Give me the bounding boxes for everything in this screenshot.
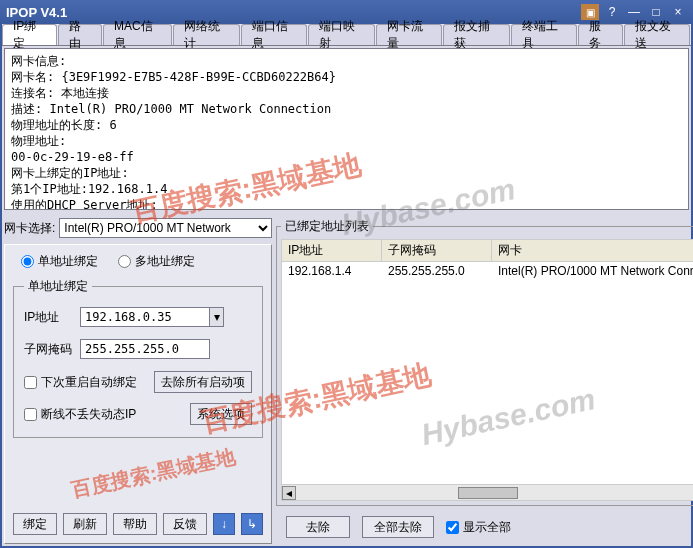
single-bind-legend: 单地址绑定 bbox=[24, 278, 92, 295]
export-icon[interactable]: ↳ bbox=[241, 513, 263, 535]
scroll-thumb[interactable] bbox=[458, 487, 518, 499]
bind-button[interactable]: 绑定 bbox=[13, 513, 57, 535]
tab-6[interactable]: 网卡流量 bbox=[376, 24, 443, 45]
system-options-button[interactable]: 系统选项 bbox=[190, 403, 252, 425]
tab-0[interactable]: IP绑定 bbox=[2, 24, 57, 45]
ip-dropdown-icon[interactable]: ▾ bbox=[210, 307, 224, 327]
mask-input[interactable] bbox=[80, 339, 210, 359]
tab-5[interactable]: 端口映射 bbox=[308, 24, 375, 45]
nic-select-label: 网卡选择: bbox=[4, 220, 55, 237]
tab-4[interactable]: 端口信息 bbox=[241, 24, 308, 45]
down-arrow-icon[interactable]: ↓ bbox=[213, 513, 235, 535]
remove-all-button[interactable]: 全部去除 bbox=[362, 516, 434, 538]
single-bind-group: 单地址绑定 IP地址 ▾ 子网掩码 下次重启自动绑定 bbox=[13, 278, 263, 438]
refresh-button[interactable]: 刷新 bbox=[63, 513, 107, 535]
tab-9[interactable]: 服务 bbox=[578, 24, 622, 45]
scroll-left-icon[interactable]: ◂ bbox=[282, 486, 296, 500]
bound-table-body[interactable]: 192.168.1.4255.255.255.0Intel(R) PRO/100… bbox=[281, 262, 693, 485]
show-all-checkbox[interactable]: 显示全部 bbox=[446, 519, 511, 536]
ip-input[interactable] bbox=[80, 307, 210, 327]
tab-10[interactable]: 报文发送 bbox=[624, 24, 691, 45]
horizontal-scrollbar[interactable]: ◂ ▸ bbox=[281, 485, 693, 501]
nic-info-panel: 网卡信息: 网卡名: {3E9F1992-E7B5-428F-B99E-CCBD… bbox=[4, 48, 689, 210]
mask-label: 子网掩码 bbox=[24, 341, 80, 358]
auto-bind-checkbox[interactable]: 下次重启自动绑定 bbox=[24, 374, 154, 391]
tab-8[interactable]: 终端工具 bbox=[511, 24, 578, 45]
ip-label: IP地址 bbox=[24, 309, 80, 326]
radio-single-bind[interactable]: 单地址绑定 bbox=[21, 253, 98, 270]
bound-list-legend: 已绑定地址列表 bbox=[281, 218, 373, 235]
tab-bar: IP绑定路由MAC信息网络统计端口信息端口映射网卡流量报文捕获终端工具服务报文发… bbox=[2, 24, 691, 46]
col-mask[interactable]: 子网掩码 bbox=[382, 240, 492, 261]
keep-dynamic-checkbox[interactable]: 断线不丢失动态IP bbox=[24, 406, 190, 423]
bound-table-header: IP地址 子网掩码 网卡 bbox=[281, 239, 693, 262]
content-area: 网卡信息: 网卡名: {3E9F1992-E7B5-428F-B99E-CCBD… bbox=[2, 46, 691, 546]
tab-1[interactable]: 路由 bbox=[58, 24, 102, 45]
feedback-button[interactable]: 反馈 bbox=[163, 513, 207, 535]
remove-startup-button[interactable]: 去除所有启动项 bbox=[154, 371, 252, 393]
bound-list-group: 已绑定地址列表 IP地址 子网掩码 网卡 192.168.1.4255.255.… bbox=[276, 218, 693, 506]
remove-button[interactable]: 去除 bbox=[286, 516, 350, 538]
right-panel: 已绑定地址列表 IP地址 子网掩码 网卡 192.168.1.4255.255.… bbox=[276, 218, 693, 544]
col-ip[interactable]: IP地址 bbox=[282, 240, 382, 261]
table-row[interactable]: 192.168.1.4255.255.255.0Intel(R) PRO/100… bbox=[282, 262, 693, 280]
col-nic[interactable]: 网卡 bbox=[492, 240, 693, 261]
nic-select[interactable]: Intel(R) PRO/1000 MT Network bbox=[59, 218, 272, 238]
help-button[interactable]: 帮助 bbox=[113, 513, 157, 535]
tab-2[interactable]: MAC信息 bbox=[103, 24, 172, 45]
radio-multi-bind[interactable]: 多地址绑定 bbox=[118, 253, 195, 270]
left-panel: 网卡选择: Intel(R) PRO/1000 MT Network 单地址绑定… bbox=[4, 218, 272, 544]
tab-7[interactable]: 报文捕获 bbox=[443, 24, 510, 45]
tab-3[interactable]: 网络统计 bbox=[173, 24, 240, 45]
